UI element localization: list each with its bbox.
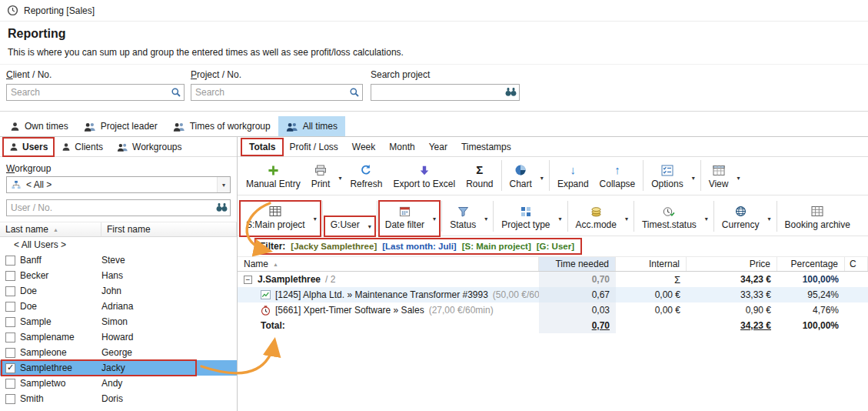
date-filter-button[interactable]: Date filter: [380, 202, 430, 236]
tab-clients[interactable]: Clients: [56, 139, 108, 155]
list-item[interactable]: BeckerHans: [0, 268, 237, 283]
tab-times-of-workgroup[interactable]: Times of workgroup: [165, 116, 278, 136]
collapse-button[interactable]: ↑ Collapse: [594, 161, 641, 195]
expand-button[interactable]: ↓ Expand: [552, 161, 594, 195]
client-label: Client / No.: [6, 69, 185, 80]
tab-week[interactable]: Week: [345, 139, 382, 155]
project-type-filter-button[interactable]: Project type: [496, 202, 555, 236]
chevron-down-icon[interactable]: ▾: [217, 177, 230, 192]
tab-workgroups[interactable]: Workgroups: [111, 139, 187, 155]
squares-icon: [520, 204, 531, 217]
chart-button[interactable]: Chart: [504, 161, 537, 195]
currency-button[interactable]: Currency: [717, 202, 765, 236]
round-button[interactable]: Σ Round: [461, 161, 498, 195]
column-header-time-needed[interactable]: Time needed: [539, 257, 616, 271]
table-row-group[interactable]: − J.Samplethree / 2 0,70 Σ 34,23 € 100,0…: [238, 272, 868, 287]
checkbox[interactable]: [5, 348, 15, 358]
list-item[interactable]: SampletwoAndy: [0, 376, 237, 391]
chevron-down-icon[interactable]: ▾: [311, 216, 320, 222]
binoculars-icon: [505, 87, 517, 97]
checkbox[interactable]: [5, 317, 15, 327]
tab-year[interactable]: Year: [422, 139, 454, 155]
list-item[interactable]: SamplenameHoward: [0, 329, 237, 345]
filter-chip-period: [Last month: Juli]: [382, 242, 456, 251]
tab-timestamps[interactable]: Timestamps: [454, 139, 518, 155]
printer-icon: [314, 163, 327, 176]
chevron-down-icon[interactable]: ▾: [733, 175, 743, 182]
chevron-down-icon[interactable]: ▾: [430, 216, 439, 222]
list-item[interactable]: SmithDoris: [0, 391, 237, 406]
list-item-selected[interactable]: Samplethree Jacky: [0, 360, 237, 376]
export-to-excel-button[interactable]: Export to Excel: [387, 161, 461, 195]
booking-archive-button[interactable]: Booking archive: [780, 202, 856, 236]
checkbox[interactable]: [5, 271, 15, 281]
list-item[interactable]: DoeAdriana: [0, 299, 237, 314]
chevron-down-icon[interactable]: ▾: [365, 223, 374, 230]
list-item[interactable]: BanffSteve: [0, 252, 237, 268]
checkbox[interactable]: [5, 302, 15, 312]
column-header-percentage[interactable]: Percentage: [777, 257, 845, 271]
tab-users[interactable]: Users: [4, 139, 53, 155]
chevron-down-icon[interactable]: ▾: [556, 216, 565, 222]
user-search-input[interactable]: [6, 199, 231, 216]
list-item[interactable]: SampleSimon: [0, 314, 237, 329]
filter-label: Filter:: [260, 241, 285, 252]
project-search-input[interactable]: [191, 84, 363, 101]
sum-sigma-icon: Σ: [616, 272, 687, 287]
checkbox[interactable]: [5, 256, 15, 266]
chevron-down-icon[interactable]: ▾: [335, 175, 344, 182]
column-header-last-name[interactable]: Last name ▲: [0, 222, 101, 236]
print-button[interactable]: Print: [306, 161, 336, 195]
timestamp-status-button[interactable]: Timest.status: [637, 202, 702, 236]
status-filter-button[interactable]: Status: [444, 202, 481, 236]
checkbox[interactable]: [5, 332, 15, 342]
search-project-input[interactable]: [371, 84, 520, 101]
app-clock-icon: [7, 5, 18, 16]
workgroup-select[interactable]: < All > ▾: [6, 176, 231, 193]
tab-profit-loss[interactable]: Profit / Loss: [282, 139, 344, 155]
clock-check-icon: [663, 204, 675, 217]
tab-own-times[interactable]: Own times: [2, 116, 76, 136]
column-header-internal[interactable]: Internal: [616, 257, 687, 271]
tree-collapse-icon[interactable]: −: [244, 276, 252, 284]
checkbox[interactable]: [5, 286, 15, 296]
chevron-down-icon[interactable]: ▾: [702, 216, 711, 222]
chevron-down-icon[interactable]: ▾: [689, 175, 698, 182]
accounting-mode-button[interactable]: Acc.mode: [570, 202, 622, 236]
chevron-down-icon[interactable]: ▾: [622, 216, 631, 222]
tab-project-leader[interactable]: Project leader: [76, 116, 165, 136]
right-panel: Totals Profit / Loss Week Month Year Tim…: [238, 137, 868, 411]
sort-main-project-button-group: S:Main project ▾: [241, 202, 320, 236]
toolbar-separator: [322, 201, 323, 232]
refresh-button[interactable]: Refresh: [344, 161, 387, 195]
search-icon: [171, 87, 181, 98]
date-filter-button-group: Date filter ▾: [380, 202, 439, 236]
list-item-all-users[interactable]: < All Users >: [0, 237, 237, 252]
options-button[interactable]: Options: [646, 161, 688, 195]
checkbox[interactable]: [5, 394, 15, 404]
sort-main-project-button[interactable]: S:Main project: [241, 202, 311, 236]
manual-entry-button[interactable]: Manual Entry: [241, 161, 306, 195]
table-row[interactable]: [1245] Alpha Ltd. » Maintenance Transfor…: [238, 287, 868, 302]
column-header-first-name[interactable]: First name: [101, 222, 237, 236]
people-icon: [173, 122, 185, 132]
column-header-name[interactable]: Name ▲: [238, 257, 539, 271]
chevron-down-icon[interactable]: ▾: [481, 216, 491, 222]
list-item[interactable]: DoeJohn: [0, 283, 237, 299]
table-row-total: Total: 0,70 34,23 € 100,00%: [238, 318, 868, 333]
table-row[interactable]: [5661] Xpert-Timer Software » Sales (27,…: [238, 302, 868, 318]
column-header-price[interactable]: Price: [687, 257, 777, 271]
checkbox-checked[interactable]: [5, 363, 15, 373]
chevron-down-icon[interactable]: ▾: [537, 175, 547, 182]
tab-totals[interactable]: Totals: [242, 139, 282, 155]
tab-month[interactable]: Month: [382, 139, 421, 155]
group-user-button[interactable]: G:User: [325, 217, 365, 236]
client-search-input[interactable]: [6, 84, 185, 101]
chevron-down-icon[interactable]: ▾: [765, 216, 774, 222]
toolbar-separator: [567, 201, 568, 232]
column-header-c[interactable]: C: [845, 257, 868, 271]
list-item[interactable]: SampleoneGeorge: [0, 345, 237, 360]
view-button[interactable]: View: [703, 161, 734, 195]
tab-all-times[interactable]: All times: [278, 116, 345, 136]
checkbox[interactable]: [5, 379, 15, 389]
